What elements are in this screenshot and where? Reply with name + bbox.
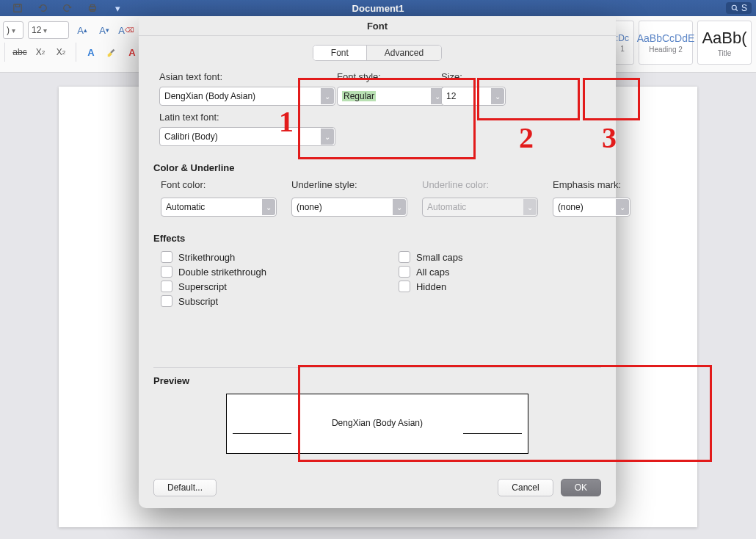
chk-superscript[interactable]: Superscript [161, 279, 266, 294]
chk-all-caps[interactable]: All caps [399, 264, 463, 279]
font-dialog: Font Font Advanced Asian text font: Deng… [139, 16, 616, 508]
underline-style-combo[interactable]: (none)⌄ [291, 198, 407, 217]
default-button[interactable]: Default... [153, 479, 217, 496]
latin-font-label: Latin text font: [159, 112, 321, 123]
highlight-icon[interactable] [104, 46, 119, 59]
window-title: Document1 [0, 3, 756, 14]
superscript-icon[interactable]: X2 [54, 46, 68, 59]
size-combo[interactable]: 12⌄ [441, 87, 506, 106]
chk-strikethrough[interactable]: Strikethrough [161, 250, 266, 264]
dialog-title: Font [139, 16, 616, 36]
chk-double-strike[interactable]: Double strikethrough [161, 264, 266, 279]
tab-font[interactable]: Font [313, 46, 366, 60]
font-style-combo[interactable]: Regular⌄ [337, 87, 446, 106]
color-underline-title: Color & Underline [153, 162, 601, 173]
preview-title: Preview [153, 375, 601, 386]
emphasis-label: Emphasis mark: [553, 179, 630, 190]
clear-format-icon[interactable]: A⌫ [117, 22, 135, 38]
asian-font-combo[interactable]: DengXian (Body Asian)⌄ [159, 87, 335, 106]
cancel-button[interactable]: Cancel [498, 479, 553, 496]
subscript-icon[interactable]: X2 [33, 46, 48, 59]
font-color-icon[interactable]: A [125, 46, 139, 59]
chk-hidden[interactable]: Hidden [399, 279, 463, 294]
preview-box: DengXian (Body Asian) [226, 394, 528, 454]
underline-color-combo: Automatic⌄ [422, 198, 538, 217]
grow-font-icon[interactable]: A▴ [73, 22, 91, 38]
style-heading2[interactable]: AaBbCcDdE Heading 2 [639, 21, 693, 65]
tab-strip: Font Advanced [313, 45, 442, 61]
font-style-label: Font style: [337, 71, 431, 82]
shrink-font-icon[interactable]: A▾ [95, 22, 113, 38]
effects-title: Effects [153, 233, 601, 244]
chk-small-caps[interactable]: Small caps [399, 250, 463, 264]
asian-font-label: Asian text font: [159, 71, 321, 82]
ok-button[interactable]: OK [561, 479, 601, 496]
style-title[interactable]: AaBb( Title [697, 21, 752, 65]
strikethrough-icon[interactable]: abc [12, 46, 27, 59]
size-label: Size: [441, 71, 493, 82]
emphasis-combo[interactable]: (none)⌄ [553, 198, 630, 217]
preview-text: DengXian (Body Asian) [227, 418, 528, 428]
underline-style-label: Underline style: [291, 179, 407, 190]
latin-font-combo[interactable]: Calibri (Body)⌄ [159, 127, 335, 146]
font-size-combo[interactable]: 12▾ [28, 21, 69, 39]
text-effects-icon[interactable]: A [84, 46, 98, 59]
app-titlebar: ▾ Document1 S [0, 0, 756, 16]
font-name-combo[interactable]: )▾ [3, 21, 23, 39]
chk-subscript[interactable]: Subscript [161, 294, 266, 308]
tab-advanced[interactable]: Advanced [366, 46, 441, 60]
underline-color-label: Underline color: [422, 179, 538, 190]
font-color-label: Font color: [161, 179, 277, 190]
font-color-combo[interactable]: Automatic⌄ [161, 198, 277, 217]
